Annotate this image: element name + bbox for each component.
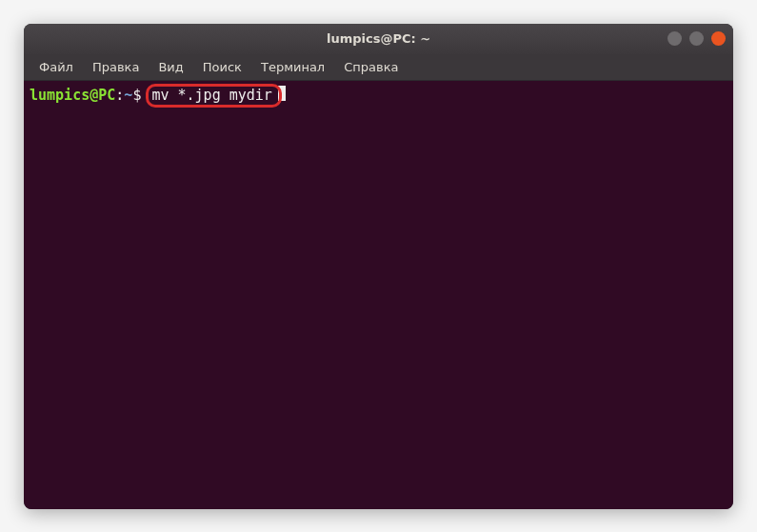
- terminal-window: lumpics@PC: ~ Файл Правка Вид Поиск Терм…: [24, 24, 733, 509]
- menu-search[interactable]: Поиск: [195, 56, 249, 78]
- menu-file[interactable]: Файл: [31, 56, 81, 78]
- command-text: mv *.jpg mydir: [151, 87, 271, 104]
- prompt-line: lumpics@PC:~$ mv *.jpg mydir: [30, 85, 727, 106]
- menu-help[interactable]: Справка: [336, 56, 406, 78]
- cursor-icon: [278, 86, 286, 101]
- maximize-button[interactable]: [689, 31, 704, 46]
- minimize-button[interactable]: [667, 31, 682, 46]
- close-button[interactable]: [711, 31, 726, 46]
- titlebar[interactable]: lumpics@PC: ~: [24, 24, 733, 54]
- menu-edit[interactable]: Правка: [85, 56, 147, 78]
- menubar: Файл Правка Вид Поиск Терминал Справка: [24, 54, 733, 81]
- window-title: lumpics@PC: ~: [327, 31, 430, 46]
- terminal-body[interactable]: lumpics@PC:~$ mv *.jpg mydir: [24, 81, 733, 509]
- command-highlight-wrap: mv *.jpg mydir: [149, 87, 277, 106]
- prompt-dollar: $: [132, 87, 141, 106]
- menu-view[interactable]: Вид: [150, 56, 190, 78]
- prompt-path: ~: [124, 87, 132, 106]
- window-controls: [667, 31, 726, 46]
- prompt-user: lumpics@PC: [30, 87, 115, 106]
- prompt-colon: :: [115, 87, 124, 106]
- menu-terminal[interactable]: Терминал: [253, 56, 332, 78]
